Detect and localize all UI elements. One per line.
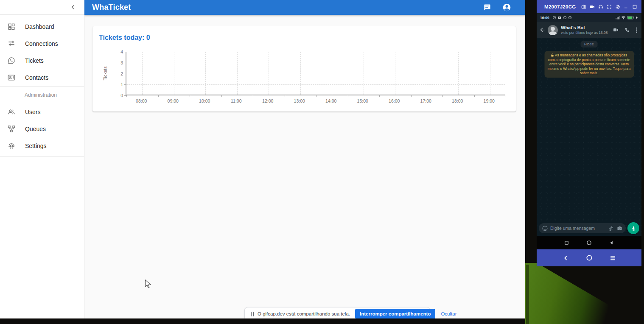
share-message: O gifcap.dev está compartilhando sua tel… [258, 311, 350, 316]
main-content: Tickets today: 0 Tickets 01234 08:0009:0… [84, 15, 525, 318]
sidebar-item-label: Settings [25, 142, 47, 149]
menu-hamburger-icon[interactable] [610, 255, 616, 261]
x-tick-label: 09:00 [168, 98, 179, 103]
screen-share-bar: O gifcap.dev está compartilhando sua tel… [244, 307, 430, 318]
close-icon[interactable] [641, 4, 641, 9]
x-tick-label: 19:00 [484, 98, 495, 103]
y-axis-ticks: 01234 [92, 52, 123, 95]
x-minor-tickmark [474, 95, 475, 97]
audio-headphones-icon[interactable] [598, 4, 604, 9]
sidebar-item-queues[interactable]: Queues [0, 120, 84, 137]
voice-call-icon[interactable] [624, 27, 630, 33]
minimize-icon[interactable] [624, 4, 629, 9]
x-gridline [269, 52, 269, 95]
emulator-control-bar [537, 249, 641, 266]
sidebar-item-label: Queues [25, 126, 46, 132]
x-tick-label: 13:00 [294, 98, 305, 103]
back-triangle-icon[interactable] [609, 240, 614, 245]
account-circle-icon[interactable] [501, 3, 512, 13]
x-gridline [237, 52, 238, 95]
x-axis-ticks: 08:0009:0010:0011:0012:0013:0014:0015:00… [126, 98, 505, 104]
x-gridline [142, 52, 143, 95]
screenshot-camera-icon[interactable] [581, 4, 587, 9]
video-call-icon[interactable] [613, 27, 619, 33]
x-gridline [332, 52, 332, 95]
connections-swap-icon [6, 39, 17, 49]
chart-title: Tickets today: 0 [99, 34, 150, 42]
maximize-icon[interactable] [632, 4, 638, 9]
x-gridline [174, 52, 174, 95]
settings-gear-icon[interactable] [615, 4, 621, 9]
desktop: WhaTicket Da [0, 0, 644, 324]
whatsapp-icon [6, 56, 17, 66]
emulator-title: M2007J20CG [544, 4, 576, 9]
whatsapp-chat-header: What's Bot visto por último hoje às 16:0… [537, 22, 641, 38]
date-badge: HOJE [580, 41, 598, 47]
x-gridline [395, 52, 395, 95]
sidebar-item-dashboard[interactable]: Dashboard [0, 18, 84, 35]
stop-sharing-button[interactable]: Interromper compartilhamento [355, 309, 435, 318]
y-tickmark [124, 74, 126, 74]
x-tick-label: 12:00 [262, 98, 273, 103]
chat-background: HOJE As mensagens e as chamadas são prot… [537, 38, 641, 236]
sidebar-item-connections[interactable]: Connections [0, 35, 84, 52]
x-minor-tickmark [190, 95, 190, 97]
home-circle-icon[interactable] [586, 240, 592, 246]
y-tickmark [124, 84, 126, 85]
camera-icon[interactable] [617, 226, 622, 231]
x-minor-tickmark [506, 95, 506, 97]
x-tick-label: 10:00 [199, 98, 210, 103]
e2e-encryption-notice[interactable]: As mensagens e as chamadas são protegida… [544, 51, 634, 78]
alarm-icon [552, 16, 556, 20]
x-tick-label: 15:00 [357, 98, 368, 103]
contact-avatar[interactable] [548, 25, 558, 35]
x-minor-tickmark [285, 95, 285, 97]
sidebar-item-label: Tickets [25, 57, 44, 64]
app-bar: WhaTicket [84, 0, 525, 15]
more-options-icon[interactable] [636, 27, 638, 33]
contact-last-seen: visto por último hoje às 16:08 [561, 31, 608, 35]
message-input-pill [539, 223, 626, 233]
mouse-cursor [145, 279, 151, 289]
x-minor-tickmark [253, 95, 253, 97]
y-tick-label: 3 [120, 60, 123, 65]
x-tick-label: 17:00 [420, 98, 431, 103]
sidebar-item-tickets[interactable]: Tickets [0, 52, 84, 69]
collapse-drawer-button[interactable] [70, 4, 76, 11]
x-minor-tickmark [379, 95, 380, 97]
chat-icon[interactable] [482, 3, 492, 13]
y-gridline [126, 84, 505, 85]
network-circle-icon [568, 16, 572, 20]
recents-square-icon[interactable] [564, 240, 569, 245]
x-tick-label: 14:00 [325, 98, 336, 103]
chevron-left-icon [70, 4, 76, 11]
android-statusbar: 16:09 [537, 13, 641, 22]
dashboard-icon [6, 22, 17, 32]
hide-share-bar-link[interactable]: Ocultar [441, 311, 456, 316]
drawer-header [0, 0, 84, 15]
android-navbar [537, 236, 641, 249]
mic-button[interactable] [627, 222, 639, 234]
attach-icon[interactable] [608, 226, 613, 231]
data-circle-icon [563, 16, 567, 20]
sidebar-item-settings[interactable]: Settings [0, 137, 84, 154]
youtube-icon [557, 16, 562, 20]
home-circle-icon[interactable] [586, 254, 593, 261]
message-text-input[interactable] [550, 226, 608, 231]
fullscreen-icon[interactable] [607, 4, 612, 9]
sidebar: Dashboard Connections Tickets [0, 0, 84, 318]
x-tick-label: 18:00 [452, 98, 463, 103]
sidebar-item-label: Contacts [25, 74, 48, 81]
back-chevron-icon[interactable] [563, 255, 569, 261]
back-arrow-icon[interactable] [539, 27, 546, 33]
android-screen: 16:09 [537, 13, 641, 249]
sidebar-item-contacts[interactable]: Contacts [0, 69, 84, 86]
users-icon [6, 107, 17, 117]
pause-bars-icon [251, 312, 254, 316]
x-tick-label: 11:00 [231, 98, 242, 103]
x-minor-tickmark [221, 95, 222, 97]
emoji-icon[interactable] [542, 226, 548, 231]
record-video-icon[interactable] [590, 4, 595, 9]
sidebar-item-users[interactable]: Users [0, 103, 84, 120]
message-input-row [537, 222, 641, 235]
